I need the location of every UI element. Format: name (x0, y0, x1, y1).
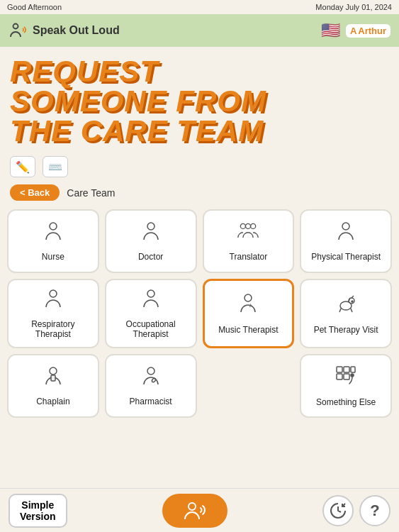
music-therapist-label: Music Therapist (218, 325, 278, 335)
keyboard-icon: ⌨️ (48, 160, 62, 174)
flag-icon: 🇺🇸 (321, 21, 340, 40)
simple-version-button[interactable]: SimpleVersion (9, 494, 67, 528)
grid-item-physical-therapist[interactable]: Physical Therapist (300, 209, 392, 273)
top-bar: Good Afternoon Monday July 01, 2024 (0, 0, 399, 14)
svg-point-3 (241, 224, 246, 229)
translator-icon (237, 220, 259, 248)
breadcrumb-label: Care Team (67, 187, 115, 199)
grid-item-pharmacist[interactable]: Pharmacist (105, 354, 197, 418)
occupational-therapist-label: Occupational Therapist (111, 319, 191, 340)
toolbar: ✏️ ⌨️ (0, 152, 399, 182)
svg-point-6 (342, 223, 349, 230)
svg-point-13 (352, 301, 353, 302)
svg-point-0 (13, 24, 18, 29)
respiratory-therapist-label: Respiratory Therapist (13, 319, 94, 340)
physical-therapist-icon (335, 220, 357, 248)
something-else-label: Something Else (316, 397, 376, 407)
music-therapist-svg: ♪ (236, 292, 260, 316)
svg-rect-18 (337, 367, 342, 372)
grid-item-something-else[interactable]: Something Else (300, 354, 392, 418)
history-button[interactable] (322, 495, 354, 526)
grid-item-occupational-therapist[interactable]: Occupational Therapist (105, 279, 197, 348)
grid-item-respiratory-therapist[interactable]: Respiratory Therapist (7, 279, 99, 348)
pharmacist-label: Pharmacist (130, 397, 172, 406)
svg-rect-21 (337, 374, 342, 379)
grid-item-translator[interactable]: Translator (203, 209, 295, 273)
svg-point-5 (246, 224, 251, 229)
svg-point-9 (245, 294, 252, 301)
nav-bar: < Back Care Team (0, 182, 399, 205)
svg-point-14 (50, 367, 57, 375)
doctor-icon (140, 220, 162, 248)
grid-item-chaplain[interactable]: Chaplain (7, 354, 99, 418)
svg-rect-15 (51, 375, 55, 381)
occupational-therapist-icon (140, 287, 162, 315)
svg-text:♪: ♪ (249, 301, 252, 309)
help-button[interactable]: ? (359, 495, 390, 526)
speak-icon (182, 501, 208, 521)
pet-therapy-label: Pet Therapy Visit (314, 325, 378, 335)
svg-point-17 (151, 378, 156, 383)
pencil-icon: ✏️ (16, 160, 30, 174)
svg-rect-22 (344, 374, 349, 379)
greeting-text: Good Afternoon (7, 3, 62, 11)
svg-point-24 (189, 503, 196, 510)
chaplain-icon (42, 365, 64, 392)
app-name-label: Speak Out Loud (33, 24, 120, 37)
back-button[interactable]: < Back (10, 184, 60, 201)
music-therapist-icon: ♪ (236, 292, 260, 321)
grid-item-nurse[interactable]: Nurse (7, 209, 99, 273)
svg-point-1 (50, 223, 57, 230)
svg-point-7 (50, 290, 57, 297)
grid-item-doctor[interactable]: Doctor (105, 209, 197, 273)
speak-button[interactable] (162, 494, 227, 528)
page-title: REQUEST SOMEONE FROM THE CARE TEAM (10, 57, 389, 146)
grid-item-empty (203, 354, 295, 418)
nurse-label: Nurse (42, 252, 64, 262)
arthur-logo: AArthur (346, 24, 390, 38)
svg-point-2 (147, 223, 154, 230)
svg-point-23 (351, 374, 354, 377)
app-title-area: Speak Out Loud (9, 21, 120, 40)
svg-rect-19 (344, 367, 349, 372)
bottom-right-buttons: ? (322, 495, 390, 526)
history-icon (330, 502, 347, 519)
chaplain-label: Chaplain (36, 397, 69, 406)
respiratory-therapist-icon (42, 287, 64, 315)
date-text: Monday July 01, 2024 (315, 3, 392, 11)
nurse-icon (42, 220, 64, 248)
keyboard-button[interactable]: ⌨️ (43, 156, 68, 177)
svg-point-8 (147, 290, 154, 297)
page-title-section: REQUEST SOMEONE FROM THE CARE TEAM (0, 47, 399, 152)
header-icons: 🇺🇸 AArthur (321, 21, 390, 40)
speak-out-loud-icon (9, 21, 27, 40)
bottom-bar: SimpleVersion ? (0, 488, 399, 532)
pet-therapy-svg (334, 292, 358, 316)
svg-rect-20 (351, 367, 355, 372)
svg-point-4 (251, 224, 256, 229)
app-header: Speak Out Loud 🇺🇸 AArthur (0, 14, 399, 47)
grid-item-pet-therapy[interactable]: Pet Therapy Visit (300, 279, 392, 348)
something-else-svg (334, 364, 358, 388)
doctor-label: Doctor (138, 252, 163, 262)
grid-item-music-therapist[interactable]: ♪ Music Therapist (203, 279, 295, 348)
help-icon: ? (370, 501, 379, 520)
care-team-grid: Nurse Doctor Translator Physical Therapi… (0, 205, 399, 422)
pencil-button[interactable]: ✏️ (10, 156, 35, 177)
translator-label: Translator (230, 252, 268, 262)
pet-therapy-icon (334, 292, 358, 321)
something-else-icon (334, 364, 358, 393)
svg-point-16 (147, 367, 154, 375)
physical-therapist-label: Physical Therapist (311, 252, 381, 262)
pharmacist-icon (140, 365, 162, 392)
